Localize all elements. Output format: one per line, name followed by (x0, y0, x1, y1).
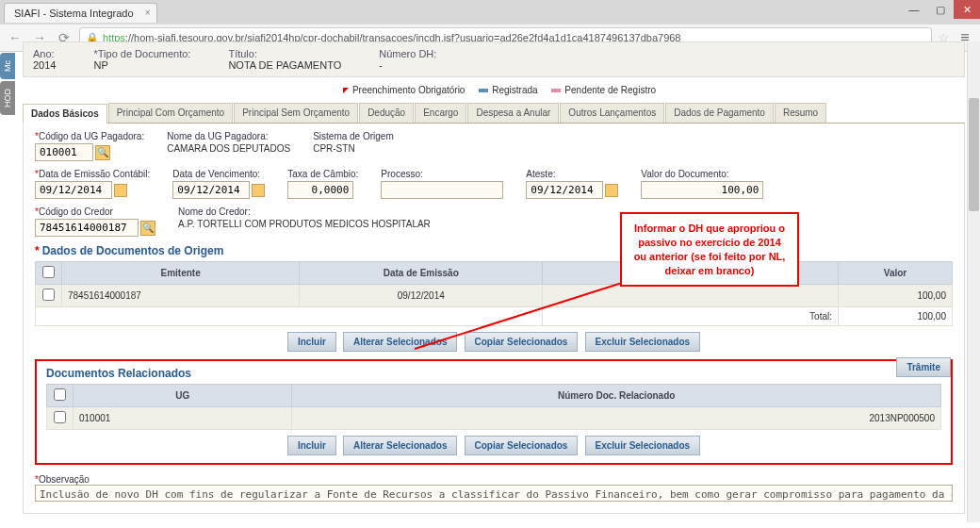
numdh-value: - (379, 59, 436, 71)
tab-bar: SIAFI - Sistema Integrado × — ▢ ✕ (0, 0, 980, 25)
tab-principal-sem[interactable]: Principal Sem Orçamento (234, 103, 358, 123)
sistema-value: CPR-STN (313, 143, 394, 154)
ug-cod-label: Código da UG Pagadora: (35, 131, 144, 141)
calendar-icon[interactable] (252, 184, 265, 197)
browser-tab[interactable]: SIAFI - Sistema Integrado × (4, 3, 157, 23)
legend-registered: Registrada (492, 85, 537, 95)
tab-dados-basicos[interactable]: Dados Básicos (23, 104, 107, 124)
ano-value: 2014 (33, 59, 56, 71)
close-icon[interactable]: × (145, 8, 151, 18)
credor-nome-label: Nome do Credor: (178, 206, 431, 217)
col-data: Data de Emissão (300, 262, 543, 285)
panel-dados-basicos: Código da UG Pagadora: 🔍 Nome da UG Paga… (23, 124, 965, 514)
total-value: 100,00 (839, 307, 953, 326)
proc-input[interactable] (381, 181, 503, 199)
callout-annotation: Informar o DH que apropriou o passivo no… (620, 212, 799, 287)
numdh-label: Número DH: (379, 48, 436, 59)
tab-title: SIAFI - Sistema Integrado (14, 8, 134, 19)
tipo-value: NP (93, 59, 190, 71)
side-tab-1[interactable]: Mc (0, 53, 15, 79)
credor-cod-label: Código do Credor (35, 206, 155, 217)
venc-input[interactable] (172, 181, 250, 199)
col-numrel: Número Doc. Relacionado (292, 385, 941, 407)
ateste-input[interactable] (526, 181, 603, 199)
side-tabs: Mc HOD (0, 53, 21, 117)
rel-title: Documentos Relacionados (46, 367, 941, 380)
tab-outros[interactable]: Outros Lançamentos (560, 103, 664, 123)
scrollbar[interactable] (967, 41, 980, 522)
obs-textarea[interactable]: Inclusão de novo DH com fins de regulari… (35, 485, 953, 502)
cell-numrel: 2013NP000500 (292, 407, 941, 430)
relacionados-box: Documentos Relacionados UG Número Doc. R… (35, 359, 953, 465)
rel-buttons: Incluir Alterar Selecionados Copiar Sele… (46, 430, 941, 457)
minimize-button[interactable]: — (901, 0, 927, 19)
cell-num (543, 285, 839, 307)
doc-header: Ano:2014 *Tipo de Documento:NP Título:NO… (23, 41, 965, 77)
valor-label: Valor do Documento: (641, 169, 763, 179)
alterar-button[interactable]: Alterar Selecionados (343, 332, 457, 352)
emissao-input[interactable] (35, 181, 112, 199)
cell-data: 09/12/2014 (300, 285, 543, 307)
calendar-icon[interactable] (114, 184, 127, 197)
page-content: Ano:2014 *Tipo de Documento:NP Título:NO… (23, 41, 965, 528)
rel-check-all[interactable] (54, 388, 66, 401)
table-row[interactable]: 010001 2013NP000500 (47, 407, 941, 430)
cell-ug: 010001 (74, 407, 292, 430)
required-icon (343, 88, 349, 93)
tab-despesa[interactable]: Despesa a Anular (467, 103, 559, 123)
copiar-button[interactable]: Copiar Selecionados (465, 436, 579, 455)
ano-label: Ano: (33, 48, 56, 59)
side-tab-2[interactable]: HOD (0, 81, 15, 115)
credor-nome-value: A.P. TORTELLI COM PRODUTOS MEDICOS HOSPI… (178, 219, 431, 229)
table-row[interactable]: 78451614000187 09/12/2014 100,00 (36, 285, 953, 307)
calendar-icon[interactable] (605, 184, 618, 197)
search-icon[interactable]: 🔍 (140, 221, 155, 236)
tramite-button[interactable]: Trâmite (896, 357, 951, 377)
registered-icon (479, 89, 488, 92)
origem-grid: Emitente Data de Emissão Número Doc. Ori… (35, 261, 953, 326)
tipo-label: *Tipo de Documento: (93, 48, 190, 59)
taxa-input[interactable] (287, 181, 353, 199)
emissao-label: Data de Emissão Contábil: (35, 169, 150, 179)
alterar-button[interactable]: Alterar Selecionados (343, 436, 457, 455)
tabs-row: Dados Básicos Principal Com Orçamento Pr… (23, 103, 965, 124)
tab-pagamento[interactable]: Dados de Pagamento (665, 103, 774, 123)
rel-grid: UG Número Doc. Relacionado 010001 2013NP… (46, 384, 941, 430)
scroll-thumb[interactable] (969, 98, 979, 211)
ug-nome-label: Nome da UG Pagadora: (167, 131, 290, 141)
tab-deducao[interactable]: Dedução (359, 103, 414, 123)
legend-required: Preenchimento Obrigatório (352, 85, 466, 95)
window-controls: — ▢ ✕ (901, 0, 980, 19)
copiar-button[interactable]: Copiar Selecionados (465, 332, 579, 352)
ateste-label: Ateste: (526, 169, 618, 179)
row-checkbox[interactable] (54, 411, 66, 423)
sistema-label: Sistema de Origem (313, 131, 394, 141)
venc-label: Data de Vencimento: (172, 169, 265, 179)
cell-emitente: 78451614000187 (62, 285, 300, 307)
origem-check-all[interactable] (42, 266, 55, 278)
ug-nome-value: CAMARA DOS DEPUTADOS (167, 143, 290, 154)
col-valor: Valor (839, 262, 953, 285)
row-checkbox[interactable] (42, 289, 55, 301)
search-icon[interactable]: 🔍 (95, 145, 110, 160)
maximize-button[interactable]: ▢ (927, 0, 954, 19)
window-close-button[interactable]: ✕ (954, 0, 980, 19)
excluir-button[interactable]: Excluir Selecionados (585, 436, 701, 455)
back-button[interactable]: ← (6, 28, 24, 47)
proc-label: Processo: (381, 169, 503, 179)
excluir-button[interactable]: Excluir Selecionados (585, 332, 701, 352)
col-emitente: Emitente (62, 262, 300, 285)
ug-cod-input[interactable] (35, 143, 93, 161)
incluir-button[interactable]: Incluir (287, 436, 336, 455)
tab-encargo[interactable]: Encargo (415, 103, 466, 123)
origem-title: *Dados de Documentos de Origem (35, 244, 953, 257)
pending-icon (551, 89, 561, 92)
cell-valor: 100,00 (839, 285, 953, 307)
tab-resumo[interactable]: Resumo (775, 103, 826, 123)
tab-principal-com[interactable]: Principal Com Orçamento (108, 103, 233, 123)
valor-input[interactable] (641, 181, 763, 199)
origem-buttons: Incluir Alterar Selecionados Copiar Sele… (35, 326, 953, 354)
incluir-button[interactable]: Incluir (287, 332, 336, 352)
titulo-value: NOTA DE PAGAMENTO (228, 59, 341, 71)
credor-cod-input[interactable] (35, 219, 139, 237)
